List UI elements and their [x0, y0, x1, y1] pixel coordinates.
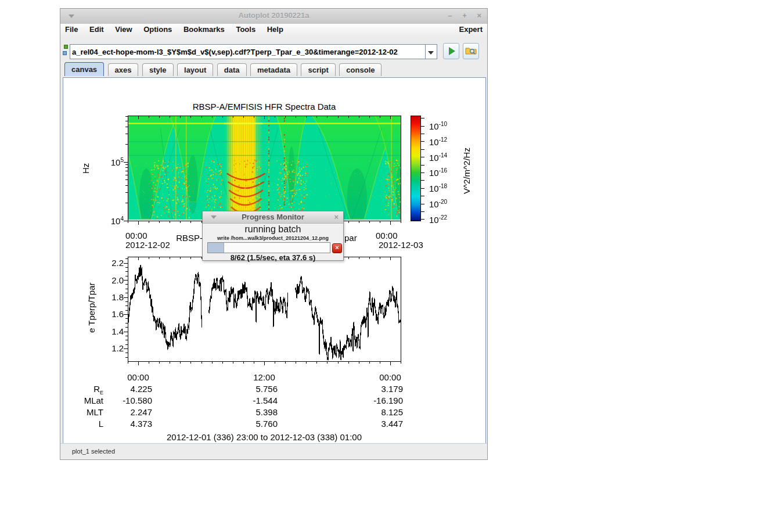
menu-edit[interactable]: Edit	[85, 24, 109, 34]
eph-RE-v0: 4.225	[94, 384, 152, 394]
status-text: plot_1 selected	[72, 448, 115, 455]
tab-style[interactable]: style	[142, 63, 174, 76]
ytick-1e5: 105	[96, 157, 124, 167]
chevron-down-icon	[428, 51, 434, 55]
bot-xtick-0: 00:00	[121, 372, 156, 382]
menu-view[interactable]: View	[110, 24, 136, 34]
file-browser-button[interactable]	[463, 43, 479, 59]
timeseries-title-fragment-left: RBSP-	[168, 233, 203, 243]
top-xtick-right-time: 00:00	[376, 231, 398, 240]
ytick-2.2: 2.2	[97, 258, 124, 268]
menu-bar: File Edit View Options Bookmarks Tools H…	[60, 24, 487, 36]
eph-L-v0: 4.373	[94, 419, 152, 429]
go-button[interactable]	[443, 43, 459, 59]
uri-input[interactable]	[70, 44, 426, 59]
eph-RE-v1: 5.756	[219, 384, 278, 394]
top-xtick-right-date: 2012-12-03	[379, 240, 423, 250]
maximize-button[interactable]: +	[462, 11, 467, 20]
window-titlebar[interactable]: Autoplot 20190221a – + ×	[60, 9, 487, 24]
bot-xtick-1: 12:00	[247, 372, 282, 382]
datasource-blue-icon	[63, 51, 67, 55]
ytick-1.8: 1.8	[97, 292, 124, 302]
eph-RE-v2: 3.179	[345, 384, 403, 394]
tab-layout[interactable]: layout	[177, 63, 213, 76]
ytick-2.0: 2.0	[97, 275, 124, 285]
colorbar	[411, 116, 420, 221]
tab-bar: canvas axes style layout data metadata s…	[60, 62, 487, 77]
datasource-green-icon	[64, 45, 68, 49]
minimize-button[interactable]: –	[448, 11, 452, 20]
progress-bar	[207, 242, 330, 253]
ytick-1.4: 1.4	[97, 326, 124, 336]
cbtick-4: 10-18	[429, 183, 447, 193]
timerange-footer: 2012-12-01 (336) 23:00 to 2012-12-03 (33…	[128, 432, 401, 442]
timeseries-ylabel: e Tperp/Tpar	[87, 264, 96, 351]
dialog-titlebar[interactable]: Progress Monitor ×	[203, 211, 343, 224]
tab-metadata[interactable]: metadata	[250, 63, 297, 76]
menu-options[interactable]: Options	[139, 24, 177, 34]
bot-xtick-2: 00:00	[373, 372, 408, 382]
spectrogram-title: RBSP-A/EMFISIS HFR Spectra Data	[128, 102, 401, 112]
cancel-x-icon: ×	[333, 243, 341, 252]
cancel-button[interactable]: ×	[332, 243, 342, 253]
uri-dropdown-button[interactable]	[426, 44, 437, 59]
window-title: Autoplot 20190221a	[60, 11, 487, 20]
menu-bookmarks[interactable]: Bookmarks	[179, 24, 229, 34]
eph-MLat-v0: -10.580	[94, 396, 152, 405]
dialog-title: Progress Monitor	[203, 213, 343, 221]
cbtick-5: 10-20	[429, 199, 447, 209]
uri-toolbar	[60, 35, 487, 62]
folder-search-icon	[465, 46, 477, 56]
menu-file[interactable]: File	[60, 24, 82, 34]
eph-L-v2: 3.447	[345, 419, 403, 429]
progress-monitor-dialog: Progress Monitor × running batch write /…	[202, 211, 344, 261]
dialog-close-icon[interactable]: ×	[334, 213, 339, 221]
top-xtick-left-time: 00:00	[125, 231, 147, 240]
timeseries-title-fragment-right: par	[344, 233, 357, 243]
timeseries-plot[interactable]	[128, 257, 401, 361]
spectrogram-ylabel: Hz	[81, 151, 91, 186]
tab-canvas[interactable]: canvas	[64, 62, 104, 76]
status-bar: plot_1 selected	[60, 443, 487, 459]
eph-L-v1: 5.760	[219, 419, 278, 429]
top-xtick-left-date: 2012-12-02	[125, 240, 170, 250]
progress-detail-label: write /hom...walk3/product_20121204_12.p…	[203, 235, 343, 241]
menu-help[interactable]: Help	[262, 24, 288, 34]
spectrogram-plot[interactable]	[128, 116, 401, 221]
tab-script[interactable]: script	[301, 63, 335, 76]
eph-MLat-v2: -16.190	[345, 396, 403, 405]
cbtick-2: 10-14	[429, 152, 447, 163]
tab-data[interactable]: data	[217, 63, 247, 76]
progress-status-label: 8/62 (1.5/sec, eta 37.6 s)	[203, 253, 343, 262]
ytick-1.6: 1.6	[97, 309, 124, 319]
eph-MLT-v1: 5.398	[219, 407, 278, 417]
eph-MLT-v2: 8.125	[345, 407, 403, 417]
cbtick-1: 10-12	[429, 136, 447, 147]
progress-bar-fill	[208, 243, 224, 253]
colorbar-label: V^2/m^2/Hz	[462, 121, 472, 220]
autoplot-window: Autoplot 20190221a – + × File Edit View …	[60, 8, 488, 460]
close-button[interactable]: ×	[477, 11, 481, 20]
cbtick-6: 10-22	[429, 214, 447, 225]
menu-tools[interactable]: Tools	[231, 24, 260, 34]
cbtick-0: 10-10	[429, 121, 447, 131]
eph-MLat-v1: -1.544	[219, 396, 278, 405]
play-icon	[449, 47, 455, 55]
ytick-1e4: 104	[96, 215, 124, 226]
cbtick-3: 10-16	[429, 167, 447, 178]
ytick-1.2: 1.2	[97, 343, 124, 353]
expert-label[interactable]: Expert	[459, 25, 483, 34]
tab-axes[interactable]: axes	[108, 63, 139, 76]
tab-console[interactable]: console	[339, 63, 381, 76]
progress-task-label: running batch	[203, 224, 343, 235]
eph-MLT-v0: 2.247	[94, 407, 152, 417]
